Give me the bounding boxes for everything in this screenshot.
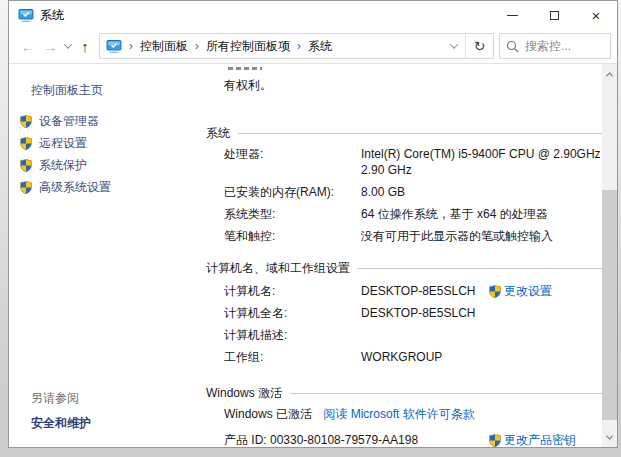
- breadcrumb-separator: ›: [297, 39, 301, 53]
- address-location-icon: [106, 39, 122, 54]
- info-row-computer-name: 计算机名: DESKTOP-8E5SLCH 更改设置: [206, 283, 613, 299]
- scroll-up-button[interactable]: [602, 66, 617, 82]
- change-settings-label: 更改设置: [504, 283, 552, 299]
- search-box[interactable]: [499, 33, 611, 59]
- license-terms-link[interactable]: 阅读 Microsoft 软件许可条款: [323, 407, 474, 421]
- address-bar[interactable]: › 控制面板 › 所有控制面板项 › 系统 ↻: [99, 33, 494, 59]
- section-title: 系统: [206, 125, 230, 142]
- section-title: Windows 激活: [206, 385, 282, 402]
- row-value: DESKTOP-8E5SLCH: [361, 305, 601, 321]
- sidebar-item-advanced-settings[interactable]: 高级系统设置: [19, 179, 194, 195]
- address-dropdown[interactable]: [443, 43, 465, 49]
- section-header-system: 系统: [206, 125, 613, 142]
- row-label: 计算机名:: [224, 283, 361, 299]
- info-row-pen-touch: 笔和触控: 没有可用于此显示器的笔或触控输入: [206, 228, 613, 244]
- maximize-button[interactable]: [533, 1, 575, 29]
- sidebar-item-control-panel-home[interactable]: 控制面板主页: [31, 82, 194, 99]
- clipped-text-fragment: [228, 67, 262, 70]
- refresh-button[interactable]: ↻: [465, 34, 493, 58]
- sidebar: 控制面板主页 设备管理器 远程设置 系统保护 高级系统设置: [9, 64, 194, 447]
- breadcrumb-separator: ›: [129, 39, 133, 53]
- product-id-text: 产品 ID: 00330-80108-79579-AA198: [224, 432, 418, 447]
- breadcrumb-system[interactable]: 系统: [308, 38, 332, 55]
- sidebar-item-security-maintenance[interactable]: 安全和维护: [31, 415, 91, 432]
- info-row-workgroup: 工作组: WORKGROUP: [206, 349, 613, 365]
- info-row-ram: 已安装的内存(RAM): 8.00 GB: [206, 184, 613, 200]
- sidebar-item-label: 设备管理器: [39, 113, 99, 130]
- close-icon: ×: [592, 8, 601, 23]
- sidebar-item-label: 系统保护: [39, 157, 87, 174]
- row-value: 8.00 GB: [361, 184, 601, 200]
- navigation-toolbar: ← → ↑ › 控制面板 › 所有控制面板项 › 系统 ↻: [9, 29, 617, 64]
- row-label: 处理器:: [224, 146, 361, 178]
- row-value: Intel(R) Core(TM) i5-9400F CPU @ 2.90GHz…: [361, 146, 601, 178]
- search-icon: [506, 40, 519, 53]
- close-button[interactable]: ×: [575, 1, 617, 29]
- copyright-tail-text: 有权利。: [224, 77, 613, 94]
- scrollbar-thumb[interactable]: [602, 190, 617, 420]
- system-app-icon: [18, 8, 34, 23]
- activation-status: Windows 已激活: [224, 407, 312, 421]
- row-label: 工作组:: [224, 349, 361, 365]
- uac-shield-icon: [488, 284, 502, 299]
- up-button[interactable]: ↑: [75, 34, 95, 58]
- row-value: 64 位操作系统，基于 x64 的处理器: [361, 206, 601, 222]
- chevron-down-icon: [606, 432, 613, 439]
- chevron-down-icon: [64, 40, 72, 48]
- uac-shield-icon: [488, 433, 502, 448]
- activation-status-line: Windows 已激活 阅读 Microsoft 软件许可条款: [206, 406, 613, 422]
- sidebar-item-system-protection[interactable]: 系统保护: [19, 157, 194, 173]
- section-rule: [358, 268, 607, 269]
- info-row-system-type: 系统类型: 64 位操作系统，基于 x64 的处理器: [206, 206, 613, 222]
- row-label: 计算机全名:: [224, 305, 361, 321]
- uac-shield-icon: [19, 180, 33, 195]
- window-title: 系统: [40, 7, 64, 24]
- search-input[interactable]: [525, 39, 604, 53]
- info-row-full-computer-name: 计算机全名: DESKTOP-8E5SLCH: [206, 305, 613, 321]
- section-header-windows-activation: Windows 激活: [206, 385, 613, 402]
- row-value: DESKTOP-8E5SLCH: [361, 283, 491, 299]
- minimize-icon: [507, 15, 518, 16]
- vertical-scrollbar[interactable]: [602, 64, 617, 447]
- uac-shield-icon: [19, 136, 33, 151]
- info-row-processor: 处理器: Intel(R) Core(TM) i5-9400F CPU @ 2.…: [206, 146, 613, 178]
- forward-button[interactable]: →: [39, 34, 61, 58]
- section-header-computer-name: 计算机名、域和工作组设置: [206, 260, 613, 277]
- row-label: 计算机描述:: [224, 327, 361, 343]
- uac-shield-icon: [19, 158, 33, 173]
- section-rule: [290, 393, 607, 394]
- change-product-key-link[interactable]: 更改产品密钥: [488, 432, 576, 447]
- section-title: 计算机名、域和工作组设置: [206, 260, 350, 277]
- system-window: 系统 × ← → ↑ › 控制面板 › 所有控制面板项 › 系统 ↻: [8, 0, 618, 448]
- see-also-heading: 另请参阅: [31, 390, 79, 407]
- main-content: 有权利。 系统 处理器: Intel(R) Core(TM) i5-9400F …: [194, 64, 617, 447]
- info-row-product-id: 产品 ID: 00330-80108-79579-AA198 更改产品密钥: [206, 432, 613, 447]
- maximize-icon: [550, 11, 559, 20]
- info-row-computer-description: 计算机描述:: [206, 327, 613, 343]
- chevron-down-icon: [450, 40, 458, 48]
- change-settings-link[interactable]: 更改设置: [488, 283, 552, 299]
- back-button[interactable]: ←: [17, 34, 39, 58]
- row-label: 已安装的内存(RAM):: [224, 184, 361, 200]
- row-label: 笔和触控:: [224, 228, 361, 244]
- breadcrumb-separator: ›: [195, 39, 199, 53]
- change-product-key-label: 更改产品密钥: [504, 432, 576, 447]
- chevron-up-icon: [606, 72, 613, 79]
- sidebar-item-device-manager[interactable]: 设备管理器: [19, 113, 194, 129]
- breadcrumb-all-items[interactable]: 所有控制面板项: [206, 38, 290, 55]
- sidebar-item-label: 远程设置: [39, 135, 87, 152]
- recent-locations-dropdown[interactable]: [61, 34, 75, 58]
- scroll-down-button[interactable]: [602, 429, 617, 445]
- section-rule: [238, 133, 607, 134]
- uac-shield-icon: [19, 114, 33, 129]
- sidebar-item-label: 高级系统设置: [39, 179, 111, 196]
- breadcrumb-control-panel[interactable]: 控制面板: [140, 38, 188, 55]
- row-value: [361, 327, 601, 343]
- minimize-button[interactable]: [491, 1, 533, 29]
- title-bar: 系统 ×: [9, 1, 617, 29]
- row-value: WORKGROUP: [361, 349, 601, 365]
- row-value: 没有可用于此显示器的笔或触控输入: [361, 228, 601, 244]
- row-label: 系统类型:: [224, 206, 361, 222]
- sidebar-item-remote-settings[interactable]: 远程设置: [19, 135, 194, 151]
